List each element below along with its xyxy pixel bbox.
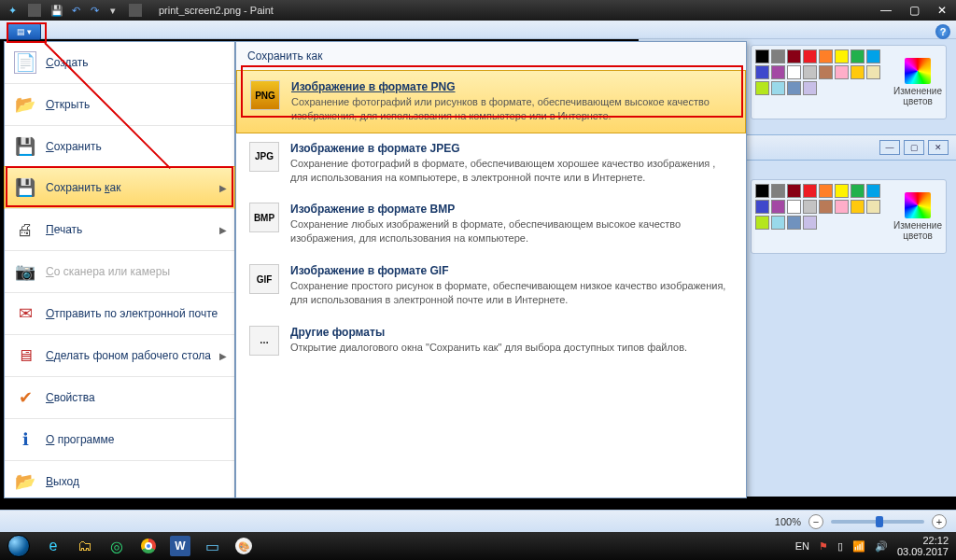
file-menu-label: Выход	[46, 475, 79, 488]
taskbar-app1-icon[interactable]: ◎	[101, 532, 133, 560]
color-swatch[interactable]	[819, 184, 833, 198]
qat-save-icon[interactable]: 💾	[50, 4, 63, 17]
file-menu-item-print[interactable]: 🖨Печать▶	[5, 208, 234, 250]
color-swatch[interactable]	[866, 184, 880, 198]
color-swatch[interactable]	[851, 200, 865, 214]
color-swatch[interactable]	[835, 200, 849, 214]
tray-volume-icon[interactable]: 🔊	[875, 540, 888, 553]
sec-minimize-button[interactable]: —	[879, 140, 900, 155]
file-menu-item-mail[interactable]: ✉Отправить по электронной почте	[5, 292, 234, 334]
color-swatch[interactable]	[771, 49, 785, 63]
edit-colors-button[interactable]: Изменение цветов	[890, 46, 946, 119]
color-swatch[interactable]	[787, 184, 801, 198]
file-menu-item-exit[interactable]: 📂Выход	[5, 460, 234, 502]
file-menu-item-saveas[interactable]: 💾Сохранить как▶	[4, 166, 235, 209]
color-swatch[interactable]	[851, 65, 865, 79]
tray-clock[interactable]: 22:12 03.09.2017	[897, 535, 949, 557]
file-menu-label: Сохранить как	[46, 181, 120, 194]
color-swatch[interactable]	[835, 65, 849, 79]
color-swatch[interactable]	[755, 49, 769, 63]
color-swatch[interactable]	[787, 200, 801, 214]
maximize-button[interactable]: ▢	[900, 0, 928, 21]
taskbar-app2-icon[interactable]: ▭	[196, 532, 228, 560]
color-swatch[interactable]	[803, 81, 817, 95]
status-bar: 100% − +	[0, 510, 956, 532]
start-button[interactable]	[0, 532, 37, 560]
color-swatch[interactable]	[866, 200, 880, 214]
open-icon: 📂	[14, 93, 36, 116]
edit-colors-button-2[interactable]: Изменение цветов	[890, 180, 946, 253]
file-menu-label: Печать	[46, 223, 82, 236]
color-swatch[interactable]	[803, 49, 817, 63]
color-swatch[interactable]	[803, 216, 817, 230]
tray-flag-icon[interactable]: ⚑	[819, 540, 828, 553]
file-menu-item-new[interactable]: 📄Создать	[5, 42, 234, 83]
color-swatch[interactable]	[771, 216, 785, 230]
taskbar-chrome-icon[interactable]	[133, 532, 164, 560]
format-title: Изображение в формате BMP	[290, 203, 733, 216]
color-swatch[interactable]	[866, 65, 880, 79]
color-swatch[interactable]	[803, 184, 817, 198]
color-swatch[interactable]	[755, 216, 769, 230]
tray-lang[interactable]: EN	[795, 540, 809, 552]
format-png-icon: PNG	[250, 80, 280, 110]
sec-close-button[interactable]: ✕	[928, 140, 949, 155]
saveas-format-bmp[interactable]: BMPИзображение в формате BMPСохранение л…	[236, 193, 746, 255]
color-swatch[interactable]	[803, 65, 817, 79]
file-menu-item-open[interactable]: 📂Открыть	[5, 83, 234, 125]
ribbon-tabs: ▤ ▾	[0, 21, 956, 39]
qat-redo-icon[interactable]: ↷	[88, 4, 101, 17]
color-swatch[interactable]	[755, 81, 769, 95]
tray-network-icon[interactable]: 📶	[852, 540, 865, 553]
color-swatch[interactable]	[755, 65, 769, 79]
submenu-header: Сохранить как	[236, 42, 746, 71]
file-menu-item-save[interactable]: 💾Сохранить	[5, 125, 234, 167]
saveas-format-png[interactable]: PNGИзображение в формате PNGСохранение ф…	[236, 70, 746, 133]
minimize-button[interactable]: —	[872, 0, 900, 21]
file-menu-label: Создать	[46, 56, 89, 69]
color-swatch[interactable]	[851, 49, 865, 63]
zoom-slider[interactable]	[831, 520, 924, 524]
color-swatch[interactable]	[866, 49, 880, 63]
color-swatch[interactable]	[771, 65, 785, 79]
saveas-format-jpg[interactable]: JPGИзображение в формате JPEGСохранение …	[236, 133, 746, 194]
color-swatch[interactable]	[787, 65, 801, 79]
saveas-format-gif[interactable]: GIFИзображение в формате GIFСохранение п…	[236, 255, 746, 316]
sec-maximize-button[interactable]: ▢	[904, 140, 924, 155]
color-swatch[interactable]	[787, 49, 801, 63]
help-icon[interactable]: ?	[935, 24, 950, 39]
color-swatch[interactable]	[771, 81, 785, 95]
close-button[interactable]: ✕	[928, 0, 956, 21]
tray-battery-icon[interactable]: ▯	[837, 540, 843, 553]
color-swatch[interactable]	[787, 81, 801, 95]
file-tab-button[interactable]: ▤ ▾	[7, 23, 41, 40]
color-swatch[interactable]	[819, 49, 833, 63]
color-swatch[interactable]	[771, 200, 785, 214]
taskbar-paint-icon[interactable]: 🎨	[228, 532, 260, 560]
zoom-in-button[interactable]: +	[932, 514, 947, 529]
color-swatch[interactable]	[803, 200, 817, 214]
qat-dropdown-icon[interactable]: ▾	[106, 4, 120, 17]
file-menu-item-desk[interactable]: 🖥Сделать фоном рабочего стола▶	[5, 334, 234, 376]
color-swatch[interactable]	[835, 49, 849, 63]
color-swatch[interactable]	[819, 200, 833, 214]
color-swatch[interactable]	[755, 200, 769, 214]
color-swatch[interactable]	[787, 216, 801, 230]
saveas-format-…[interactable]: …Другие форматыОткрытие диалогового окна…	[236, 316, 746, 365]
file-menu-item-about[interactable]: ℹО программе	[5, 418, 234, 460]
format-desc: Сохранение фотографий или рисунков в фор…	[291, 95, 732, 123]
exit-icon: 📂	[14, 470, 36, 493]
color-swatch[interactable]	[835, 184, 849, 198]
color-swatch[interactable]	[755, 184, 769, 198]
qat-undo-icon[interactable]: ↶	[69, 4, 82, 17]
color-swatch[interactable]	[771, 184, 785, 198]
taskbar-word-icon[interactable]: W	[170, 536, 190, 556]
color-swatch[interactable]	[819, 65, 833, 79]
zoom-out-button[interactable]: −	[808, 514, 823, 529]
file-menu-item-prop[interactable]: ✔Свойства	[5, 376, 234, 418]
file-menu-label: Со сканера или камеры	[46, 265, 170, 278]
taskbar-ie-icon[interactable]: e	[37, 532, 69, 560]
saveas-icon: 💾	[14, 176, 36, 199]
taskbar-explorer-icon[interactable]: 🗂	[69, 532, 101, 560]
color-swatch[interactable]	[851, 184, 865, 198]
